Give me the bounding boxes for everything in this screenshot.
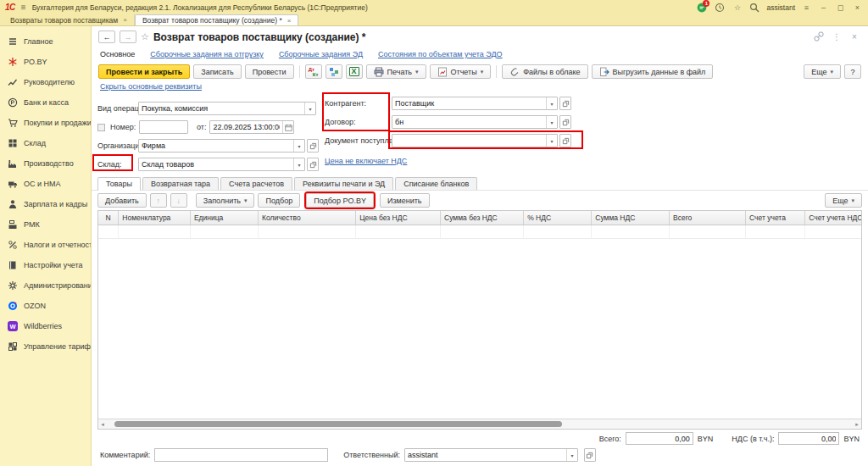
warehouse-input[interactable] (139, 158, 293, 170)
help-button[interactable]: ? (844, 64, 861, 79)
scrollbar-thumb[interactable] (114, 421, 562, 427)
sidebar-item-wildberries[interactable]: WWildberries (0, 316, 91, 336)
history-icon[interactable] (714, 2, 726, 14)
total-input[interactable] (626, 432, 693, 445)
print-button[interactable]: Печать ▾ (366, 64, 426, 79)
sidebar-item-main[interactable]: Главное (0, 31, 91, 52)
favorite-star-icon[interactable]: ☆ (141, 31, 149, 42)
sidebar-item-fixed-assets[interactable]: ОС и НМА (0, 174, 91, 194)
export-data-to-file-button[interactable]: Выгрузить данные в файл (592, 64, 714, 79)
vat-total-input[interactable] (778, 432, 839, 445)
chevron-down-icon[interactable]: ▾ (304, 103, 315, 114)
organization-field[interactable]: ▾ (138, 139, 305, 153)
tab-print-ed-requisites[interactable]: Реквизиты печати и ЭД (294, 177, 393, 190)
close-form-icon[interactable]: × (848, 32, 861, 42)
sidebar-item-tariff-management[interactable]: Управление тарифом (0, 336, 91, 357)
export-excel-button[interactable]: X (346, 64, 363, 79)
reports-button[interactable]: Отчеты ▾ (430, 64, 492, 79)
open-warehouse-icon[interactable] (307, 158, 319, 171)
tab-forms-writeoff[interactable]: Списание бланков (395, 177, 477, 190)
sidebar-item-salary-hr[interactable]: Зарплата и кадры (0, 194, 91, 214)
receipt-document-field[interactable]: ▾ (392, 134, 558, 147)
tab-goods[interactable]: Товары (97, 177, 141, 191)
column-header-account[interactable]: Счет учета (746, 211, 805, 225)
table-more-button[interactable]: Еще ▾ (825, 193, 862, 208)
chevron-down-icon[interactable]: ▾ (546, 116, 557, 128)
back-button[interactable]: ← (98, 31, 115, 43)
search-icon[interactable] (748, 2, 760, 14)
calendar-icon[interactable] (282, 121, 293, 133)
sidebar-item-ozon[interactable]: OZON (0, 296, 91, 316)
comment-input[interactable] (154, 448, 328, 462)
column-header-n[interactable]: N (98, 211, 119, 225)
move-row-down-button[interactable]: ↓ (170, 193, 187, 208)
tab-returnable-packaging[interactable]: Возвратная тара (142, 177, 219, 190)
number-field[interactable] (139, 120, 188, 134)
open-receipt-document-icon[interactable] (559, 134, 571, 147)
files-in-cloud-button[interactable]: Файлы в облаке (502, 64, 587, 79)
move-row-up-button[interactable]: ↑ (150, 193, 167, 208)
open-organization-icon[interactable] (307, 139, 319, 153)
sidebar-item-bank-cash[interactable]: Банк и касса (0, 92, 91, 113)
save-button[interactable]: Записать (193, 64, 241, 79)
column-header-quantity[interactable]: Количество (259, 211, 356, 225)
sidebar-item-rmk[interactable]: РМК (0, 214, 91, 235)
minimize-button[interactable]: – (818, 3, 829, 12)
sidebar-item-administration[interactable]: Администрирование (0, 275, 91, 296)
date-field[interactable] (209, 120, 294, 134)
main-menu-icon[interactable]: ≡ (21, 3, 26, 12)
contractor-input[interactable] (392, 97, 546, 109)
nav-link-assembly-shipment[interactable]: Сборочные задания на отгрузку (150, 50, 264, 58)
operation-type-field[interactable]: ▾ (138, 102, 316, 115)
nav-main[interactable]: Основное (100, 50, 135, 58)
contractor-field[interactable]: ▾ (392, 97, 558, 110)
fill-button[interactable]: Заполнить ▾ (196, 193, 255, 208)
contract-field[interactable]: ▾ (392, 115, 558, 129)
hide-requisites-link[interactable]: Скрыть основные реквизиты (100, 82, 202, 91)
contract-input[interactable] (392, 116, 546, 128)
current-user[interactable]: assistant (766, 3, 795, 12)
add-row-button[interactable]: Добавить (97, 193, 147, 208)
chevron-down-icon[interactable]: ▾ (546, 135, 557, 147)
post-and-close-button[interactable]: Провести и закрыть (98, 64, 190, 79)
open-contract-icon[interactable] (559, 115, 571, 129)
window-tab-returns-list[interactable]: Возвраты товаров поставщикам × (3, 14, 135, 25)
nav-link-edo-states[interactable]: Состояния по объектам учета ЭДО (378, 50, 503, 58)
column-header-vat-sum[interactable]: Сумма НДС (592, 211, 670, 225)
scroll-right-icon[interactable]: ▸ (853, 421, 861, 428)
column-header-vat-account[interactable]: Счет учета НДС (805, 211, 861, 225)
show-postings-dtkt-button[interactable]: ДтКт (305, 64, 322, 79)
scroll-left-icon[interactable]: ◂ (98, 421, 107, 428)
close-tab-icon[interactable]: × (287, 17, 292, 25)
post-button[interactable]: Провести (245, 64, 294, 79)
related-documents-button[interactable] (326, 64, 342, 79)
sidebar-item-purchases-sales[interactable]: Покупки и продажи (0, 113, 91, 133)
sidebar-item-taxes-reports[interactable]: Налоги и отчетность (0, 235, 91, 255)
responsible-field[interactable]: ▾ (404, 448, 578, 462)
sidebar-item-po-by[interactable]: PO.BY (0, 52, 91, 72)
discussions-notification-icon[interactable]: 1 (696, 2, 708, 14)
edit-button[interactable]: Изменить (380, 193, 430, 208)
sidebar-item-production[interactable]: Производство (0, 153, 91, 174)
number-input[interactable] (140, 121, 187, 133)
more-button[interactable]: Еще ▾ (804, 64, 841, 79)
sidebar-item-manager[interactable]: Руководителю (0, 72, 91, 92)
forward-button[interactable]: → (120, 31, 136, 43)
receipt-document-input[interactable] (392, 135, 546, 147)
column-header-total[interactable]: Всего (670, 211, 746, 225)
window-tab-return-document[interactable]: Возврат товаров поставщику (создание) * … (135, 14, 299, 25)
responsible-input[interactable] (405, 449, 566, 461)
horizontal-scrollbar[interactable]: ◂ ▸ (98, 419, 861, 429)
organization-input[interactable] (139, 140, 293, 152)
tab-settlement-accounts[interactable]: Счета расчетов (220, 177, 292, 190)
close-tab-icon[interactable]: × (123, 16, 127, 24)
pick-po-by-button[interactable]: Подбор PO.BY (306, 193, 374, 208)
operation-type-input[interactable] (139, 103, 304, 114)
column-header-vat-percent[interactable]: % НДС (524, 211, 592, 225)
pick-button[interactable]: Подбор (258, 193, 300, 208)
more-actions-icon[interactable]: ⋮ (830, 32, 843, 42)
number-auto-checkbox[interactable] (97, 124, 105, 131)
restore-button[interactable]: ◻ (835, 3, 846, 12)
date-input[interactable] (210, 121, 282, 133)
sidebar-item-accounting-settings[interactable]: Настройки учета (0, 255, 91, 275)
